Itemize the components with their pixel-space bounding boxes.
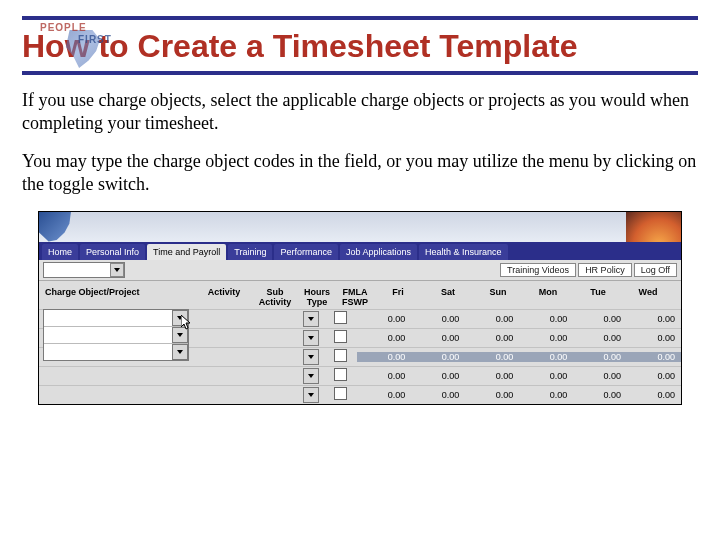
florida-icon [39, 212, 71, 242]
sub-toolbar: Training Videos HR Policy Log Off [39, 260, 681, 281]
cell-value[interactable]: 0.00 [627, 390, 681, 400]
cell-value[interactable]: 0.00 [519, 371, 573, 381]
app-screenshot: Home Personal Info Time and Payroll Trai… [38, 211, 682, 405]
page-title: How to Create a Timesheet Template [22, 26, 698, 65]
cell-value[interactable]: 0.00 [411, 390, 465, 400]
cell-value[interactable]: 0.00 [519, 390, 573, 400]
charge-object-toggle-2[interactable] [172, 327, 188, 343]
logo-text-people: PEOPLE [40, 22, 87, 33]
tab-health-insurance[interactable]: Health & Insurance [419, 244, 508, 260]
chevron-down-icon[interactable] [110, 263, 124, 277]
col-header-day-sat: Sat [423, 287, 473, 307]
cell-value[interactable]: 0.00 [627, 352, 681, 362]
cell-value[interactable]: 0.00 [627, 314, 681, 324]
fmla-checkbox[interactable] [334, 387, 347, 400]
timesheet-grid: Charge Object/Project Activity Sub Activ… [39, 281, 681, 404]
cell-value[interactable]: 0.00 [411, 314, 465, 324]
tab-time-and-payroll[interactable]: Time and Payroll [147, 244, 226, 260]
subnav-dropdown[interactable] [43, 262, 125, 278]
col-header-sub-activity: Sub Activity [253, 287, 297, 307]
grid-header-row: Charge Object/Project Activity Sub Activ… [39, 287, 681, 307]
cell-value[interactable]: 0.00 [465, 371, 519, 381]
under-title-rule [22, 71, 698, 75]
tab-training[interactable]: Training [228, 244, 272, 260]
fmla-checkbox[interactable] [334, 330, 347, 343]
tab-performance[interactable]: Performance [274, 244, 338, 260]
link-hr-policy[interactable]: HR Policy [578, 263, 632, 277]
cell-value[interactable]: 0.00 [357, 352, 411, 362]
tab-job-applications[interactable]: Job Applications [340, 244, 417, 260]
fmla-checkbox[interactable] [334, 368, 347, 381]
tab-personal-info[interactable]: Personal Info [80, 244, 145, 260]
col-header-charge-object: Charge Object/Project [39, 287, 195, 307]
col-header-day-sun: Sun [473, 287, 523, 307]
cell-value[interactable]: 0.00 [573, 371, 627, 381]
col-header-fmla: FMLA FSWP [337, 287, 373, 307]
tab-bar: Home Personal Info Time and Payroll Trai… [39, 242, 681, 260]
cell-value[interactable]: 0.00 [465, 352, 519, 362]
table-row: 0.00 0.00 0.00 0.00 0.00 0.00 [39, 366, 681, 385]
fmla-checkbox[interactable] [334, 349, 347, 362]
charge-object-toggle-1[interactable] [172, 310, 188, 326]
app-banner [39, 212, 681, 242]
cell-value[interactable]: 0.00 [357, 371, 411, 381]
cell-value[interactable]: 0.00 [519, 333, 573, 343]
hours-type-dropdown[interactable] [303, 330, 319, 346]
cell-value[interactable]: 0.00 [411, 371, 465, 381]
col-header-day-mon: Mon [523, 287, 573, 307]
people-first-logo: PEOPLE FIRST [22, 22, 112, 70]
cell-value[interactable]: 0.00 [465, 314, 519, 324]
hours-type-dropdown[interactable] [303, 311, 319, 327]
col-header-day-tue: Tue [573, 287, 623, 307]
sunset-image [626, 212, 681, 242]
cell-value[interactable]: 0.00 [357, 390, 411, 400]
table-row: 0.00 0.00 0.00 0.00 0.00 0.00 [39, 385, 681, 404]
col-header-hours-type: Hours Type [297, 287, 337, 307]
charge-object-input-2[interactable] [44, 327, 172, 343]
cell-value[interactable]: 0.00 [627, 333, 681, 343]
charge-object-input-group [43, 309, 189, 361]
top-rule [22, 16, 698, 20]
cell-value[interactable]: 0.00 [573, 352, 627, 362]
hours-type-dropdown[interactable] [303, 368, 319, 384]
cell-value[interactable]: 0.00 [573, 314, 627, 324]
fmla-checkbox[interactable] [334, 311, 347, 324]
col-header-day-fri: Fri [373, 287, 423, 307]
tab-home[interactable]: Home [42, 244, 78, 260]
cell-value[interactable]: 0.00 [465, 390, 519, 400]
hours-type-dropdown[interactable] [303, 349, 319, 365]
cell-value[interactable]: 0.00 [627, 371, 681, 381]
cell-value[interactable]: 0.00 [573, 390, 627, 400]
cell-value[interactable]: 0.00 [411, 352, 465, 362]
logo-text-first: FIRST [78, 34, 112, 45]
charge-object-input-3[interactable] [44, 344, 172, 360]
cell-value[interactable]: 0.00 [411, 333, 465, 343]
cell-value[interactable]: 0.00 [357, 333, 411, 343]
cell-value[interactable]: 0.00 [519, 314, 573, 324]
cell-value[interactable]: 0.00 [573, 333, 627, 343]
paragraph-2: You may type the charge object codes in … [22, 150, 698, 197]
charge-object-input-1[interactable] [44, 310, 172, 326]
cell-value[interactable]: 0.00 [357, 314, 411, 324]
charge-object-toggle-3[interactable] [172, 344, 188, 360]
cell-value[interactable]: 0.00 [465, 333, 519, 343]
col-header-activity: Activity [195, 287, 253, 307]
hours-type-dropdown[interactable] [303, 387, 319, 403]
link-training-videos[interactable]: Training Videos [500, 263, 576, 277]
col-header-day-wed: Wed [623, 287, 673, 307]
link-log-off[interactable]: Log Off [634, 263, 677, 277]
paragraph-1: If you use charge objects, select the ap… [22, 89, 698, 136]
cell-value[interactable]: 0.00 [519, 352, 573, 362]
